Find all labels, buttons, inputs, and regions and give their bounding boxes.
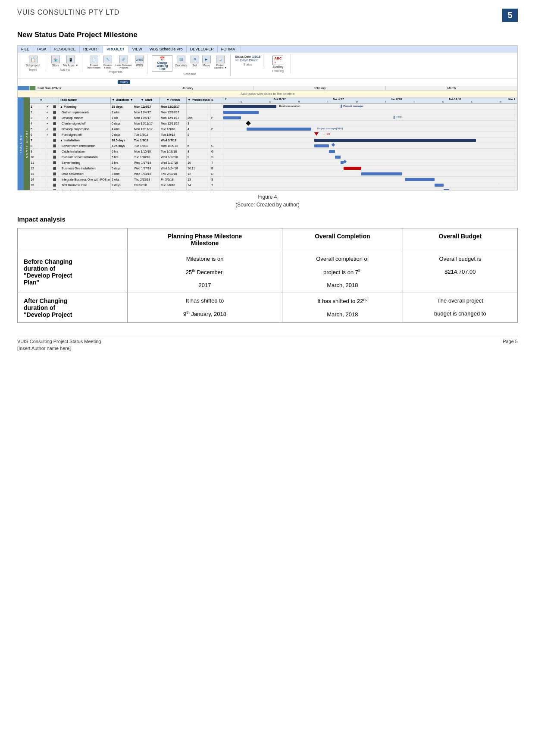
gantt-row-12: 12 ⬛ Business One installation 5 days We… <box>30 166 517 171</box>
ribbon-tab-file[interactable]: FILE <box>18 46 33 53</box>
gantt-main-table: ● Task Name ▼ Duration ▼ ▼ Start ▼ Finis… <box>30 97 517 190</box>
ribbon-group-status: Status Date 1/9/18 ☑ Update Project Stat… <box>232 54 263 67</box>
store-button[interactable]: 🏪 Store <box>50 55 61 67</box>
col-header-duration: ▼ Duration ▼ <box>111 97 133 103</box>
ribbon-group-addins: 🏪 Store 📱 My Apps ▼ Add-ins <box>48 54 82 72</box>
company-title: VUIS CONSULTING PTY LTD <box>17 9 119 16</box>
col-header-gantt: 7 Oct 30,'17 Dec 4,'17 Jan 8,'18 Feb 12,… <box>223 97 517 103</box>
ribbon-tab-report[interactable]: REPORT <box>80 46 103 53</box>
gantt-row-2: 2 ✓ ⬛ Gather requirements 2 wks Mon 12/4… <box>30 109 517 115</box>
gantt-row-16: 16 ⬛ Acceptance testing 1 day Wed 3/6/18… <box>30 188 517 190</box>
impact-table: Planning Phase Milestone Milestone Overa… <box>17 228 518 323</box>
set-button[interactable]: ⚙ Set <box>190 55 200 67</box>
gantt-row-8: 8 ⬛ Server room construction 4.25 days T… <box>30 143 517 149</box>
cell-before-completion: Overall completion of project is on 7th … <box>282 251 403 293</box>
gantt-row-10: 10 ⬛ Platinum server installation 5 hrs … <box>30 154 517 160</box>
cell-after-planning: It has shifted to 9th January, 2018 <box>128 293 282 323</box>
timeline-start-date: Mon 12/4/17 <box>45 87 62 90</box>
footer-author: [Insert Author name here] <box>17 346 101 351</box>
gantt-row-installation: 7 ⬛ ▲ Installation 38.5 days Tue 1/9/18 … <box>30 137 517 143</box>
row-header-after: After Changing duration of "Develop Proj… <box>18 293 128 323</box>
update-project-button[interactable]: ☑ Update Project <box>235 59 260 62</box>
gantt-row-15: 15 ⬛ Test Business One 2 days Fri 3/2/18… <box>30 182 517 188</box>
timeline-january: January <box>122 86 254 90</box>
ribbon-content: 📋 Subproject Insert 🏪 Store 📱 My Apps ▼ … <box>18 53 517 78</box>
gantt-row-13: 13 ⬛ Data conversion 3 wks Wed 1/24/18 T… <box>30 171 517 177</box>
row-header-before: Before Changing duration of "Develop Pro… <box>18 251 128 293</box>
move-button[interactable]: ▶ Move <box>201 55 212 67</box>
gantt-row-6: 6 ✓ ⬛ Plan signed off 0 days Tue 1/9/18 … <box>30 132 517 137</box>
page-header: VUIS CONSULTING PTY LTD 5 <box>17 9 518 22</box>
timeline-side-label: TIMELINE <box>18 97 24 190</box>
ribbon-tab-format[interactable]: FORMAT <box>218 46 241 53</box>
table-header-budget: Overall Budget <box>403 228 517 251</box>
ribbon-group-schedule: 📅 ChangeWorking Time 🔢 Calculate ⚙ Set ▶… <box>149 54 231 76</box>
timeline-march: March <box>386 86 517 90</box>
gantt-area: TIMELINE GANTT CHART ● Task Name ▼ Durat… <box>18 97 517 190</box>
table-row-before: Before Changing duration of "Develop Pro… <box>18 251 518 293</box>
col-header-check <box>45 97 52 103</box>
impact-title: Impact analysis <box>17 216 518 223</box>
calculate-button[interactable]: 🔢 Calculate <box>174 55 188 67</box>
links-between-button[interactable]: 🔗 Links BetweenProjects <box>114 55 133 69</box>
ms-project-screenshot: FILE TASK RESOURCE REPORT PROJECT VIEW W… <box>17 45 518 191</box>
ribbon-group-insert: 📋 Subproject Insert <box>20 54 46 72</box>
change-working-time-button[interactable]: 📅 ChangeWorking Time <box>152 55 172 72</box>
timeline-start-label: Start <box>38 87 44 90</box>
table-header-completion: Overall Completion <box>282 228 403 251</box>
page-footer: VUIS Consulting Project Status Meeting [… <box>17 336 518 351</box>
my-apps-button[interactable]: 📱 My Apps ▼ <box>62 55 79 67</box>
custom-fields-button[interactable]: 🔧 CustomFields <box>103 55 113 69</box>
table-row-after: After Changing duration of "Develop Proj… <box>18 293 518 323</box>
ribbon-tabs: FILE TASK RESOURCE REPORT PROJECT VIEW W… <box>18 46 517 53</box>
col-header-finish: ▼ Finish <box>160 97 187 103</box>
table-header-empty <box>18 228 128 251</box>
project-baseline-button[interactable]: 📊 ProjectBaseline ▼ <box>213 55 228 69</box>
add-tasks-row: Add tasks with dates to the timeline <box>18 91 517 97</box>
ribbon-tab-task[interactable]: TASK <box>33 46 50 53</box>
col-header-res: S <box>210 97 223 103</box>
project-info-button[interactable]: 📄 ProjectInformation <box>87 55 101 69</box>
wbs-button[interactable]: WBS WBS <box>134 55 144 67</box>
gantt-row-planning: 1 ✓ ⬛ ▲ Planning 15 days Mon 12/4/17 Mon… <box>30 104 517 109</box>
cell-before-planning: Milestone is on 25th December, 2017 <box>128 251 282 293</box>
section-title: New Status Date Project Milestone <box>17 31 518 39</box>
col-header-mode <box>52 97 59 103</box>
timeline-header: Start Mon 12/4/17 January February March <box>18 86 517 91</box>
timeline-february: February <box>254 86 386 90</box>
gantt-row-14: 14 ⬛ Integrate Business One with POS and… <box>30 177 517 182</box>
figure-caption: Figure 4 <box>17 194 518 200</box>
footer-meeting: VUIS Consulting Project Status Meeting <box>17 339 101 344</box>
source-caption: (Source: Created by author) <box>17 202 518 208</box>
col-header-task: Task Name <box>59 97 111 103</box>
gantt-col-header: ● Task Name ▼ Duration ▼ ▼ Start ▼ Finis… <box>30 97 517 104</box>
col-header-pred: ▼ Predecessors ▼ <box>187 97 210 103</box>
ribbon-group-properties: 📄 ProjectInformation 🔧 CustomFields 🔗 Li… <box>84 54 148 74</box>
col-header-start: ▼ Start <box>133 97 160 103</box>
cell-after-completion: It has shifted to 22nd March, 2018 <box>282 293 403 323</box>
col-header-num <box>30 97 39 103</box>
ribbon-tab-wbs[interactable]: WBS Schedule Pro <box>146 46 187 53</box>
ribbon-tab-project[interactable]: PROJECT <box>103 46 129 53</box>
gantt-body: 1 ✓ ⬛ ▲ Planning 15 days Mon 12/4/17 Mon… <box>30 104 517 190</box>
gantt-row-11: 11 ⬛ Server testing 3 hrs Wed 1/17/18 We… <box>30 160 517 166</box>
ribbon-group-proofing: ABC✓ Spelling Proofing <box>265 54 291 73</box>
gantt-row-4: 4 ✓ ⬛ Charter signed off 0 days Mon 12/1… <box>30 121 517 126</box>
ribbon-tab-view[interactable]: VIEW <box>129 46 146 53</box>
today-bar: Today <box>18 78 517 86</box>
cell-after-budget: The overall project budget is changed to <box>403 293 517 323</box>
footer-page: Page 5 <box>503 339 518 351</box>
side-labels: TIMELINE GANTT CHART <box>18 97 30 190</box>
ribbon-tab-resource[interactable]: RESOURCE <box>50 46 80 53</box>
gantt-row-9: 9 ⬛ Cable installation 6 hrs Mon 1/15/18… <box>30 149 517 154</box>
today-badge: Today <box>118 80 130 84</box>
page-number: 5 <box>502 9 518 22</box>
cell-before-budget: Overall budget is $214,707.00 <box>403 251 517 293</box>
ribbon-tab-developer[interactable]: DEVELOPER <box>187 46 218 53</box>
spelling-button[interactable]: ABC✓ Spelling <box>272 55 284 69</box>
subproject-button[interactable]: 📋 Subproject <box>25 55 41 67</box>
gantt-row-5: 5 ✓ ⬛ Develop project plan 4 wks Mon 12/… <box>30 126 517 132</box>
col-header-indicators: ● <box>39 97 45 103</box>
gantt-row-3: 3 ✓ ⬛ Develop charter 1 wk Mon 12/4/17 M… <box>30 115 517 121</box>
gantt-side-label: GANTT CHART <box>24 97 30 190</box>
